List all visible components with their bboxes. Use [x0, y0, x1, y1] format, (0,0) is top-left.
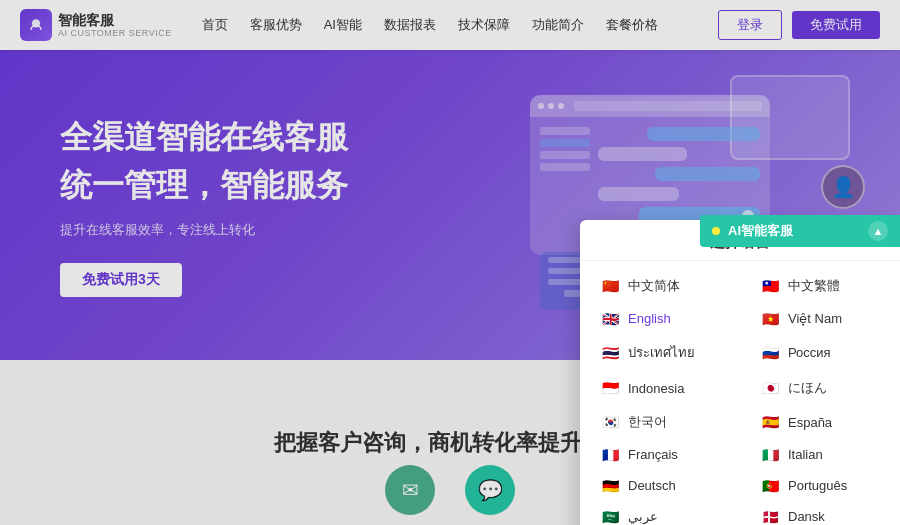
- flag-dk: 🇩🇰: [760, 510, 780, 524]
- flag-ar: 🇸🇦: [600, 510, 620, 524]
- lang-item-ru[interactable]: 🇷🇺 Россия: [740, 334, 900, 371]
- chat-widget-status-dot: [712, 227, 720, 235]
- lang-label-id: Indonesia: [628, 381, 684, 396]
- lang-label-th: ประเทศไทย: [628, 342, 695, 363]
- flag-es: 🇪🇸: [760, 415, 780, 429]
- flag-kr: 🇰🇷: [600, 415, 620, 429]
- lang-label-jp: にほん: [788, 379, 827, 397]
- lang-label-vn: Việt Nam: [788, 311, 842, 326]
- lang-label-it: Italian: [788, 447, 823, 462]
- flag-de: 🇩🇪: [600, 479, 620, 493]
- lang-label-dk: Dansk: [788, 509, 825, 524]
- flag-it: 🇮🇹: [760, 448, 780, 462]
- chat-widget-expand-icon[interactable]: ▲: [868, 221, 888, 241]
- language-grid: 🇨🇳 中文简体 🇹🇼 中文繁體 🇬🇧 English 🇻🇳 Việt Nam 🇹…: [580, 261, 900, 525]
- lang-item-kr[interactable]: 🇰🇷 한국어: [580, 405, 740, 439]
- flag-pt: 🇵🇹: [760, 479, 780, 493]
- chat-widget-title: AI智能客服: [728, 222, 793, 240]
- flag-zh-cn: 🇨🇳: [600, 279, 620, 293]
- lang-label-pt: Português: [788, 478, 847, 493]
- lang-label-en: English: [628, 311, 671, 326]
- lang-item-de[interactable]: 🇩🇪 Deutsch: [580, 470, 740, 501]
- lang-item-zh-cn[interactable]: 🇨🇳 中文简体: [580, 269, 740, 303]
- flag-ru: 🇷🇺: [760, 346, 780, 360]
- lang-label-zh-tw: 中文繁體: [788, 277, 840, 295]
- lang-label-ar: عربي: [628, 509, 658, 524]
- flag-en: 🇬🇧: [600, 312, 620, 326]
- flag-zh-tw: 🇹🇼: [760, 279, 780, 293]
- lang-item-en[interactable]: 🇬🇧 English: [580, 303, 740, 334]
- lang-label-fr: Français: [628, 447, 678, 462]
- lang-item-ar[interactable]: 🇸🇦 عربي: [580, 501, 740, 525]
- lang-label-de: Deutsch: [628, 478, 676, 493]
- flag-vn: 🇻🇳: [760, 312, 780, 326]
- flag-id: 🇮🇩: [600, 381, 620, 395]
- lang-item-jp[interactable]: 🇯🇵 にほん: [740, 371, 900, 405]
- lang-label-es: España: [788, 415, 832, 430]
- lang-item-es[interactable]: 🇪🇸 España: [740, 405, 900, 439]
- lang-label-kr: 한국어: [628, 413, 667, 431]
- flag-th: 🇹🇭: [600, 346, 620, 360]
- lang-item-pt[interactable]: 🇵🇹 Português: [740, 470, 900, 501]
- lang-item-fr[interactable]: 🇫🇷 Français: [580, 439, 740, 470]
- lang-label-ru: Россия: [788, 345, 831, 360]
- flag-jp: 🇯🇵: [760, 381, 780, 395]
- lang-item-th[interactable]: 🇹🇭 ประเทศไทย: [580, 334, 740, 371]
- language-dialog: 选择语言 × 🇨🇳 中文简体 🇹🇼 中文繁體 🇬🇧 English 🇻🇳 Việ…: [580, 220, 900, 525]
- lang-label-zh-cn: 中文简体: [628, 277, 680, 295]
- flag-fr: 🇫🇷: [600, 448, 620, 462]
- lang-item-vn[interactable]: 🇻🇳 Việt Nam: [740, 303, 900, 334]
- lang-item-zh-tw[interactable]: 🇹🇼 中文繁體: [740, 269, 900, 303]
- chat-widget-bar[interactable]: AI智能客服 ▲: [700, 215, 900, 247]
- lang-item-id[interactable]: 🇮🇩 Indonesia: [580, 371, 740, 405]
- lang-item-dk[interactable]: 🇩🇰 Dansk: [740, 501, 900, 525]
- lang-item-it[interactable]: 🇮🇹 Italian: [740, 439, 900, 470]
